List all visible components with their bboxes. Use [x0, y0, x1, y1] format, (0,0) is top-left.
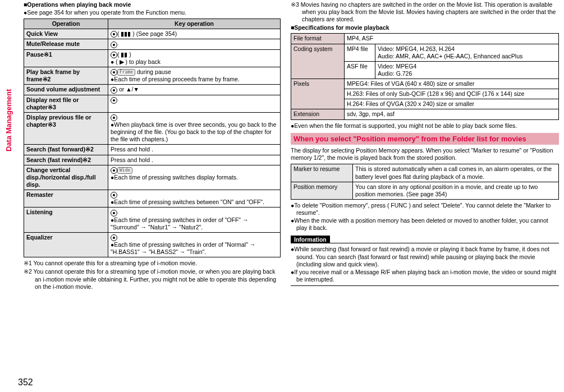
table-row: File format MP4, ASF [291, 34, 559, 44]
op-cell: Sound volume adjustment [24, 85, 108, 95]
spec-sub: ASF file [345, 61, 375, 79]
key-cell: ●Each time of pressing switches in order… [108, 232, 281, 257]
op-cell: Search (fast forward)※2 [24, 145, 108, 155]
op-cell: Display previous file or chapter※3 [24, 112, 108, 145]
key-cell: or ▲/▼ [108, 85, 281, 95]
pm-note-2: ●When the movie with a position memory h… [291, 217, 559, 232]
footnote-1: ※1 You cannot operate this for a streami… [24, 260, 281, 267]
information-heading: Information [291, 236, 330, 243]
key-text: or ▲/▼ [117, 86, 139, 93]
table-row: Mute/Release mute [24, 39, 281, 49]
key-text: ●Each time of pressing switches display … [111, 174, 238, 181]
spec-label: File format [291, 34, 345, 44]
key-text: Press and hold . [111, 146, 153, 153]
position-memory-heading: When you select "Position memory" from t… [291, 133, 559, 145]
key-cell [108, 39, 281, 49]
left-heading: ■Operations when playing back movie [24, 1, 281, 8]
op-cell: Display next file or chapter※3 [24, 95, 108, 112]
key-text: ●Each time of pressing switches between … [111, 199, 264, 205]
table-row: Coding system MP4 file Video: MPEG4, H.2… [291, 44, 559, 61]
key-text: ●Each time of pressing proceeds frame by… [111, 76, 240, 82]
pm-note-1: ●To delete "Position memory", press ( FU… [291, 202, 559, 216]
table-row: Remaster ●Each time of pressing switches… [24, 190, 281, 207]
key-cell: ( ▮▮▮ ) (See page 354) [108, 29, 281, 39]
table-row: Search (fast forward)※2 Press and hold . [24, 145, 281, 155]
spec-label: Coding system [291, 44, 345, 79]
op-cell: Play back frame by frame※2 [24, 67, 108, 85]
wide-pill: Wide [117, 167, 132, 174]
key8-icon [111, 210, 117, 216]
spec-label: Pixels [291, 79, 345, 109]
table-row: Position memory You can store in any opt… [291, 182, 559, 199]
key-cell [108, 95, 281, 112]
op-cell: Search (fast rewind)※2 [24, 155, 108, 165]
spec-heading: ■Specifications for movie playback [291, 24, 559, 31]
table-row: Listening ●Each time of pressing switche… [24, 207, 281, 232]
pm-intro: The display for selecting Position Memor… [291, 147, 559, 162]
key-cell: ●When playback time is over three second… [108, 112, 281, 145]
key-text: ( ▮▮ ) [117, 51, 131, 58]
key-cell: Wide ●Each time of pressing switches dis… [108, 165, 281, 190]
right-icon [111, 97, 117, 104]
table-row: Quick View ( ▮▮▮ ) (See page 354) [24, 29, 281, 39]
op-cell: Pause※1 [24, 49, 108, 67]
right-column: ※3 Movies having no chapters are switche… [291, 0, 559, 286]
op-cell: Quick View [24, 29, 108, 39]
table-row: Extension sdv, 3gp, mp4, asf [291, 109, 559, 119]
spec-value: MPEG4: Files of VGA (640 x 480) size or … [345, 79, 559, 89]
key-cell: ( ▮▮ ) ● ( ▶ ) to play back [108, 49, 281, 67]
nav-icon [111, 87, 117, 94]
table-row: Display next file or chapter※3 [24, 95, 281, 112]
pm-value: You can store in any optional position i… [353, 182, 559, 199]
pm-table: Marker to resume This is stored automati… [291, 164, 559, 200]
table-row: Play back frame by frame※2 Frame ( Frame… [24, 67, 281, 85]
clear-icon [111, 41, 117, 48]
info-item-1: ●While searching (fast forward or fast r… [291, 246, 559, 268]
camera-icon [111, 167, 117, 174]
spec-value: MP4, ASF [345, 34, 559, 44]
table-row: Pixels MPEG4: Files of VGA (640 x 480) s… [291, 79, 559, 89]
footnote-2: ※2 You cannot operate this for a streami… [24, 268, 281, 290]
info-item-2: ●If you receive mail or a Message R/F wh… [291, 269, 559, 283]
mail-icon [111, 69, 117, 76]
table-row: Equalizer ●Each time of pressing switche… [24, 232, 281, 257]
table-row: Search (fast rewind)※2 Press and hold . [24, 155, 281, 165]
key-text: ●Each time of pressing switches in order… [111, 216, 248, 230]
op-cell: Equalizer [24, 232, 108, 257]
key-text: ( ▮▮▮ ) (See page 354) [117, 30, 177, 37]
key-cell: ●Each time of pressing switches in order… [108, 207, 281, 232]
spec-label: Extension [291, 109, 345, 119]
left-icon [111, 114, 117, 121]
frame-pill: Frame [117, 69, 135, 76]
spec-footnote: ●Even when the file format is supported,… [291, 122, 559, 130]
table-row: Display previous file or chapter※3 ●When… [24, 112, 281, 145]
key7-icon [111, 234, 117, 241]
th-operation: Operation [24, 19, 108, 29]
key-cell: ●Each time of pressing switches between … [108, 190, 281, 207]
op-cell: Listening [24, 207, 108, 232]
operations-table: Operation Key operation Quick View ( ▮▮▮… [24, 19, 281, 257]
mail-icon [111, 31, 117, 38]
spec-sub: MP4 file [345, 44, 375, 61]
left-subtext: ●See page 354 for when you operate from … [24, 9, 281, 16]
left-column: ■Operations when playing back movie ●See… [24, 0, 281, 292]
op-cell: Remaster [24, 190, 108, 207]
op-cell: Change vertical disp./horizontal disp./f… [24, 165, 108, 190]
pm-label: Marker to resume [291, 164, 353, 182]
op-cell: Mute/Release mute [24, 39, 108, 49]
table-row: Marker to resume This is stored automati… [291, 164, 559, 182]
spec-table: File format MP4, ASF Coding system MP4 f… [291, 33, 559, 119]
key-text: ●When playback time is over three second… [111, 121, 276, 142]
key-text: Press and hold . [111, 156, 153, 163]
side-tab-label: Data Management [4, 89, 13, 151]
spec-value: sdv, 3gp, mp4, asf [345, 109, 559, 119]
table-row: Pause※1 ( ▮▮ ) ● ( ▶ ) to play back [24, 49, 281, 67]
key-cell: Press and hold . [108, 155, 281, 165]
key-text: ●Each time of pressing switches in order… [111, 241, 255, 255]
key-cell: Frame ( Frame ) during pauseduring pause… [108, 67, 281, 85]
th-key: Key operation [108, 19, 281, 29]
table-row: Sound volume adjustment or ▲/▼ [24, 85, 281, 95]
key-text: ● ( ▶ ) to play back [111, 58, 161, 65]
spec-value: Video: MPEG4 Audio: G.726 [375, 61, 559, 79]
center-icon [111, 52, 117, 58]
